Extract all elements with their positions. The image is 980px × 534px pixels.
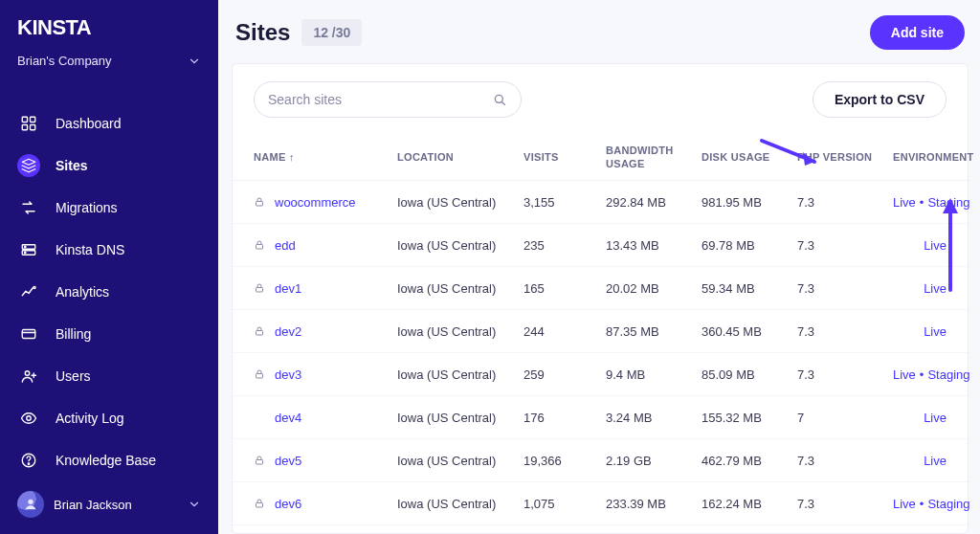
env-live-link[interactable]: Live — [924, 238, 947, 253]
sidebar-item-label: Billing — [56, 326, 91, 342]
cell-location: Iowa (US Central) — [397, 195, 523, 210]
search-input[interactable] — [268, 92, 492, 107]
cell-env: Live•Staging — [893, 367, 970, 382]
site-name-link[interactable]: dev4 — [275, 411, 301, 425]
site-name-link[interactable]: woocommerce — [275, 195, 356, 210]
env-staging-link[interactable]: Staging — [927, 497, 969, 511]
cell-bandwidth: 20.02 MB — [606, 281, 702, 296]
search-wrap[interactable] — [254, 81, 522, 118]
lock-icon — [254, 239, 265, 251]
lock-icon — [254, 455, 265, 466]
cell-disk: 981.95 MB — [702, 195, 797, 210]
col-bandwidth[interactable]: BANDWIDTH USAGE — [606, 145, 702, 169]
cell-visits: 259 — [523, 367, 606, 382]
brand-logo: KINSTA — [17, 15, 201, 40]
cell-bandwidth: 13.43 MB — [606, 238, 702, 253]
sidebar-item-label: Sites — [56, 158, 87, 173]
env-live-link[interactable]: Live — [924, 324, 947, 339]
site-name-link[interactable]: dev3 — [275, 367, 301, 382]
env-live-link[interactable]: Live — [893, 195, 916, 210]
cell-name: edd — [254, 238, 397, 253]
col-location[interactable]: LOCATION — [397, 151, 523, 164]
cell-php: 7.3 — [797, 195, 893, 210]
cell-env: Live — [924, 411, 947, 425]
cell-bandwidth: 292.84 MB — [606, 195, 702, 210]
chart-icon — [17, 280, 40, 303]
sidebar-item-dashboard[interactable]: Dashboard — [0, 102, 218, 145]
col-visits[interactable]: VISITS — [523, 151, 606, 164]
sites-table: NAME ↑ LOCATION VISITS BANDWIDTH USAGE D… — [233, 135, 968, 525]
sidebar-item-sites[interactable]: Sites — [0, 145, 218, 187]
sidebar-item-analytics[interactable]: Analytics — [0, 271, 218, 313]
svg-point-0 — [28, 500, 33, 504]
cell-env: Live — [924, 454, 947, 468]
sidebar-item-label: Users — [56, 368, 91, 384]
env-live-link[interactable]: Live — [893, 367, 916, 382]
sidebar-item-label: Dashboard — [56, 116, 122, 131]
env-staging-link[interactable]: Staging — [927, 367, 969, 382]
cell-name: dev6 — [254, 497, 397, 511]
lock-icon — [254, 368, 265, 380]
export-csv-button[interactable]: Export to CSV — [813, 81, 947, 118]
site-name-link[interactable]: dev2 — [275, 324, 301, 339]
cell-env: Live — [924, 238, 947, 253]
env-live-link[interactable]: Live — [924, 411, 947, 425]
table-row: dev4Iowa (US Central)1763.24 MB155.32 MB… — [233, 396, 968, 439]
cell-visits: 165 — [523, 281, 606, 296]
lock-icon — [254, 498, 265, 509]
env-staging-link[interactable]: Staging — [927, 195, 969, 210]
sidebar-item-migrations[interactable]: Migrations — [0, 187, 218, 229]
env-live-link[interactable]: Live — [924, 454, 947, 468]
stack-icon — [17, 154, 40, 177]
chevron-down-icon — [188, 55, 201, 68]
svg-point-1 — [495, 95, 502, 102]
site-name-link[interactable]: dev6 — [275, 497, 301, 511]
table-row: dev5Iowa (US Central)19,3662.19 GB462.79… — [233, 439, 968, 482]
env-live-link[interactable]: Live — [893, 497, 916, 511]
lock-icon — [254, 325, 265, 337]
cell-disk: 162.24 MB — [702, 497, 797, 511]
cell-bandwidth: 3.24 MB — [606, 411, 702, 425]
card-toolbar: Export to CSV — [233, 64, 968, 135]
cell-php: 7 — [797, 411, 893, 425]
env-live-link[interactable]: Live — [924, 281, 947, 296]
company-switcher[interactable]: Brian's Company — [0, 54, 218, 81]
sidebar-item-billing[interactable]: Billing — [0, 313, 218, 355]
site-name-link[interactable]: dev5 — [275, 454, 301, 468]
cell-php: 7.3 — [797, 497, 893, 511]
site-name-link[interactable]: dev1 — [275, 281, 301, 296]
col-name[interactable]: NAME ↑ — [254, 151, 397, 164]
site-name-link[interactable]: edd — [275, 238, 296, 253]
table-body: woocommerceIowa (US Central)3,155292.84 … — [233, 181, 968, 525]
cell-env: Live — [924, 324, 947, 339]
sidebar-item-knowledge-base[interactable]: Knowledge Base — [0, 439, 218, 481]
cell-location: Iowa (US Central) — [397, 411, 523, 425]
col-env[interactable]: ENVIRONMENT — [893, 151, 974, 164]
user-name: Brian Jackson — [54, 498, 132, 512]
cell-location: Iowa (US Central) — [397, 454, 523, 468]
table-row: dev1Iowa (US Central)16520.02 MB59.34 MB… — [233, 267, 968, 310]
cell-visits: 244 — [523, 324, 606, 339]
cell-php: 7.3 — [797, 454, 893, 468]
cell-location: Iowa (US Central) — [397, 281, 523, 296]
sidebar-item-users[interactable]: Users — [0, 355, 218, 397]
table-row: eddIowa (US Central)23513.43 MB69.78 MB7… — [233, 224, 968, 267]
cell-location: Iowa (US Central) — [397, 497, 523, 511]
user-switcher[interactable]: Brian Jackson — [0, 481, 218, 527]
cell-name: dev5 — [254, 454, 397, 468]
cell-env: Live•Staging — [893, 497, 970, 511]
card-icon — [17, 323, 40, 345]
cell-env: Live•Staging — [893, 195, 970, 210]
sidebar-item-kinsta-dns[interactable]: Kinsta DNS — [0, 229, 218, 271]
col-php[interactable]: PHP VERSION — [797, 151, 893, 164]
table-row: dev2Iowa (US Central)24487.35 MB360.45 M… — [233, 310, 968, 353]
cell-visits: 176 — [523, 411, 606, 425]
cell-disk: 85.09 MB — [702, 367, 797, 382]
sidebar-item-activity-log[interactable]: Activity Log — [0, 397, 218, 439]
cell-visits: 235 — [523, 238, 606, 253]
table-row: dev6Iowa (US Central)1,075233.39 MB162.2… — [233, 482, 968, 525]
col-disk[interactable]: DISK USAGE — [702, 151, 797, 164]
cell-bandwidth: 233.39 MB — [606, 497, 702, 511]
add-site-button[interactable]: Add site — [870, 15, 965, 50]
table-header: NAME ↑ LOCATION VISITS BANDWIDTH USAGE D… — [233, 135, 968, 181]
